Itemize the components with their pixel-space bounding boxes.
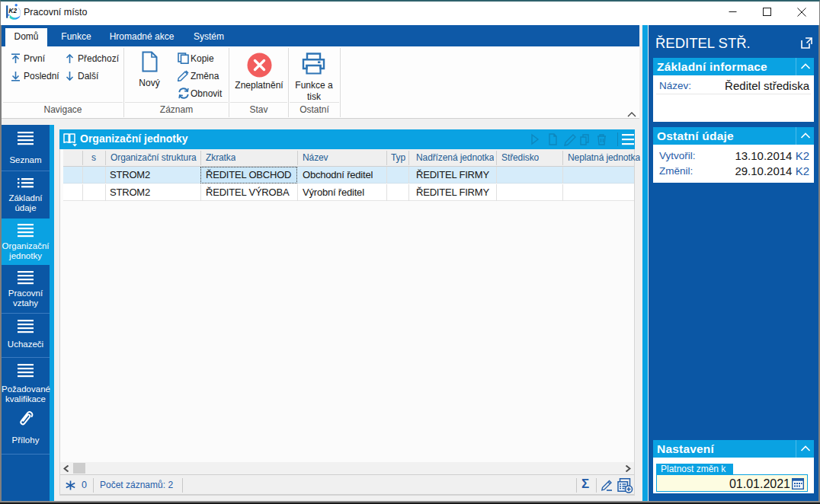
svg-text:K2: K2	[9, 8, 18, 14]
